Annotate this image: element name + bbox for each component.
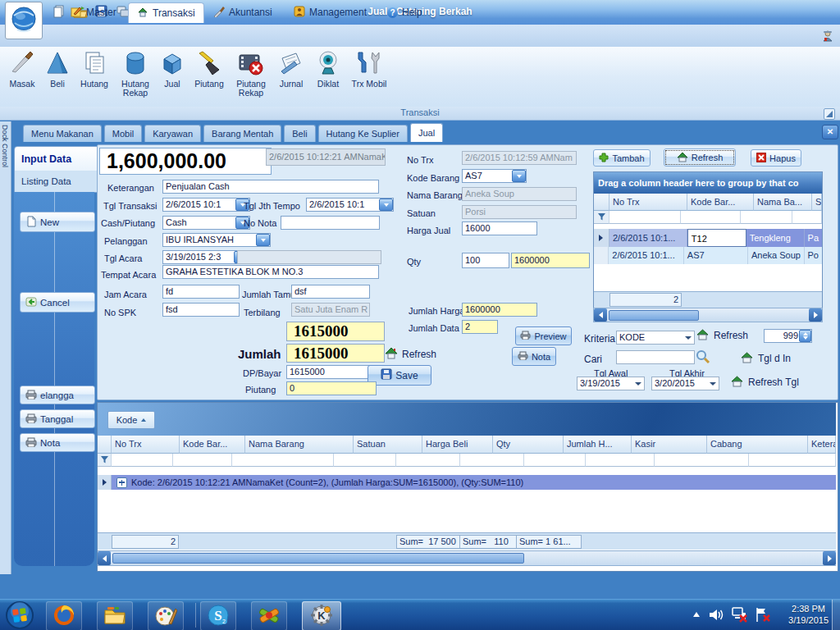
tgl-acara-combo[interactable]: 3/19/2015 2:3 xyxy=(162,250,249,264)
scroll-left-icon[interactable] xyxy=(594,308,607,322)
sidebar-tab-listing-data[interactable]: Listing Data xyxy=(14,171,101,193)
limit-spinner[interactable]: 999 xyxy=(764,329,812,343)
refresh-filter-button[interactable]: Refresh xyxy=(696,329,748,342)
taskbar-catering-app[interactable]: K xyxy=(302,601,341,630)
refresh-totals-button[interactable]: Refresh xyxy=(385,347,436,361)
action-center-flag-icon[interactable] xyxy=(755,607,771,624)
print-elangga-button[interactable]: elangga xyxy=(20,386,95,404)
tab-transaksi[interactable]: Transaksi xyxy=(128,2,204,23)
tab-master[interactable]: Master xyxy=(62,2,125,22)
tgl-d-in-button[interactable]: Tgl d In xyxy=(741,352,791,365)
spinner-arrows-icon[interactable] xyxy=(799,330,811,342)
doc-tab-menu-makanan[interactable]: Menu Makanan xyxy=(23,125,102,142)
column-header[interactable]: Kode Bar... xyxy=(180,436,245,454)
chevron-down-icon[interactable] xyxy=(379,199,393,211)
cancel-button[interactable]: Cancel xyxy=(20,292,95,313)
tambah-button[interactable]: Tambah xyxy=(593,149,651,167)
kode-barang-combo[interactable]: AS7 xyxy=(462,169,527,183)
column-header[interactable]: Sa xyxy=(812,194,822,211)
jumlah-tamu-field[interactable]: dsf xyxy=(291,285,370,299)
tgl-jth-tempo-combo[interactable]: 2/6/2015 10:1 xyxy=(306,198,394,212)
tempat-acara-field[interactable]: GRAHA ESTETIKA BLOK M NO.3 xyxy=(162,265,379,279)
tgl-awal-combo[interactable]: 3/19/2015 xyxy=(577,377,645,390)
tray-expand-icon[interactable] xyxy=(693,612,700,617)
chevron-down-icon[interactable] xyxy=(256,234,270,246)
group-dialog-launcher-icon[interactable] xyxy=(824,108,835,120)
group-row[interactable]: Kode: 2/6/2015 10:12:21 AMNamaKet (Count… xyxy=(98,475,836,490)
listing-grid-hscrollbar[interactable] xyxy=(98,550,836,566)
scroll-right-icon[interactable] xyxy=(809,308,822,322)
cash-piutang-combo[interactable]: Cash xyxy=(162,216,250,230)
harga-jual-field[interactable]: 16000 xyxy=(462,221,537,235)
ribbon-button-jual[interactable]: Jual xyxy=(156,48,189,99)
taskbar-explorer[interactable] xyxy=(97,601,133,630)
refresh-tgl-button[interactable]: Refresh Tgl xyxy=(731,376,799,389)
taskbar-clock[interactable]: 2:38 PM 3/19/2015 xyxy=(788,603,829,626)
kriteria-combo[interactable]: KODE xyxy=(616,331,695,345)
volume-icon[interactable] xyxy=(709,608,724,623)
scroll-left-icon[interactable] xyxy=(98,551,111,565)
column-header[interactable]: No Trx xyxy=(112,436,180,454)
no-nota-field[interactable] xyxy=(281,216,380,230)
tab-management[interactable]: Management xyxy=(285,2,375,22)
scroll-right-icon[interactable] xyxy=(823,551,836,565)
keterangan-field[interactable]: Penjualan Cash xyxy=(162,180,379,194)
cell-editor[interactable]: T12 xyxy=(687,229,746,247)
doc-tab-hutang-ke-suplier[interactable]: Hutang Ke Suplier xyxy=(318,125,408,142)
doc-tab-jual[interactable]: Jual xyxy=(410,123,443,142)
doc-tab-barang-mentah[interactable]: Barang Mentah xyxy=(203,125,281,142)
app-logo[interactable] xyxy=(5,2,43,39)
taskbar-mix-app[interactable] xyxy=(251,601,287,630)
column-header[interactable]: No Trx xyxy=(609,194,687,211)
print-nota-button[interactable]: Nota xyxy=(20,433,95,452)
tab-help[interactable]: ? Help xyxy=(379,2,431,22)
column-header[interactable]: Harga Beli xyxy=(422,436,493,454)
dp-bayar-field[interactable]: 1615000 xyxy=(286,365,377,379)
filter-row[interactable] xyxy=(594,211,822,224)
doc-tab-mobil[interactable]: Mobil xyxy=(104,125,142,142)
hapus-button[interactable]: Hapus xyxy=(751,149,801,167)
show-desktop-button[interactable] xyxy=(832,600,840,630)
refresh-grid-button[interactable]: Refresh xyxy=(664,148,736,167)
column-header[interactable]: Jumlah H... xyxy=(564,436,632,454)
chevron-down-icon[interactable] xyxy=(512,170,526,182)
column-header[interactable]: Keterangan xyxy=(808,436,836,454)
no-spk-field[interactable]: fsd xyxy=(162,303,240,317)
ribbon-button-masak[interactable]: Masak xyxy=(3,48,41,99)
table-row-selected[interactable]: 2/6/2015 10:1... T12 Tengkleng Pa xyxy=(594,229,822,247)
column-header[interactable]: Kasir xyxy=(632,436,707,454)
filter-row[interactable] xyxy=(98,454,836,467)
detail-grid-hscrollbar[interactable] xyxy=(593,308,823,322)
taskbar-paint[interactable] xyxy=(148,601,184,630)
ribbon-button-hutang[interactable]: Hutang xyxy=(74,48,115,99)
group-by-bar[interactable]: Kode xyxy=(98,403,836,436)
network-error-icon[interactable] xyxy=(732,607,748,624)
ribbon-button-trx-mobil[interactable]: Trx Mobil xyxy=(346,48,392,99)
column-header[interactable]: Cabang xyxy=(707,436,808,454)
column-header[interactable]: Nama Barang xyxy=(245,436,354,454)
column-header[interactable]: Qty xyxy=(493,436,564,454)
expand-plus-icon[interactable] xyxy=(116,477,127,488)
pelanggan-combo[interactable]: IBU IRLANSYAH xyxy=(162,233,271,247)
dock-control-strip[interactable]: Dock Control xyxy=(0,121,11,574)
ribbon-button-beli[interactable]: Beli xyxy=(41,48,74,99)
tgl-transaksi-combo[interactable]: 2/6/2015 10:1 xyxy=(162,198,250,212)
taskbar-skype[interactable]: S2 xyxy=(200,601,236,630)
doc-tab-beli[interactable]: Beli xyxy=(284,125,315,142)
nota-button[interactable]: Nota xyxy=(512,347,556,366)
ribbon-button-piutang-rekap[interactable]: Piutang Rekap xyxy=(230,48,272,99)
save-button[interactable]: Save xyxy=(368,365,431,386)
qty-field[interactable]: 100 xyxy=(462,253,509,268)
piutang-field[interactable]: 0 xyxy=(286,381,377,395)
skin-person-icon[interactable] xyxy=(821,30,834,44)
ribbon-button-jurnal[interactable]: Jurnal xyxy=(272,48,310,99)
taskbar-firefox[interactable] xyxy=(46,601,82,630)
close-document-button[interactable]: ✕ xyxy=(822,125,838,139)
ribbon-button-piutang[interactable]: Piutang xyxy=(189,48,230,99)
group-by-hint[interactable]: Drag a column header here to group by th… xyxy=(594,172,822,194)
ribbon-button-hutang-rekap[interactable]: Hutang Rekap xyxy=(115,48,156,99)
group-chip-kode[interactable]: Kode xyxy=(107,411,155,429)
doc-tab-karyawan[interactable]: Karyawan xyxy=(144,125,201,142)
tgl-akhir-combo[interactable]: 3/20/2015 xyxy=(651,377,719,390)
table-row[interactable]: 2/6/2015 10:1... AS7 Aneka Soup Po xyxy=(594,247,822,264)
